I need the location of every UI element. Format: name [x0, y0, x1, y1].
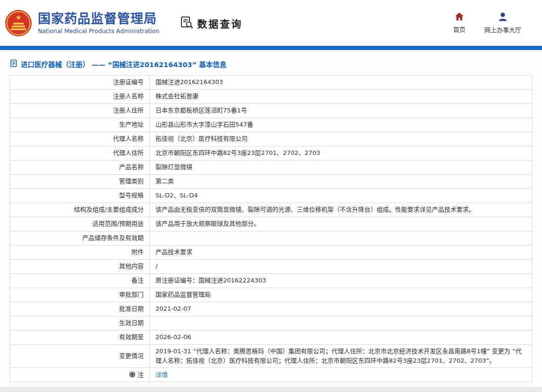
data-query-icon: [180, 16, 193, 31]
table-row: 适用范围/预期用途该产品用于放大观察眼球及其他部分。: [10, 217, 533, 231]
table-row: 注详情: [10, 368, 533, 382]
row-label: 代理人名称: [10, 132, 150, 146]
row-value: 国家药品监督管理局: [150, 288, 533, 302]
row-value: /: [150, 260, 533, 274]
row-value: SL-D2、SL-D4: [150, 189, 533, 203]
row-label: 注册人住所: [10, 104, 150, 118]
row-label: 结构及组成/主要组成成分: [10, 203, 150, 217]
row-label: 附件: [10, 246, 150, 260]
row-label: 代理人住所: [10, 146, 150, 161]
table-row: 代理人名称拓佳视（北京）医疗科技有限公司: [10, 132, 533, 146]
main-content: 进口医疗器械（注册） —— “国械注进20162164303” 基本信息 注册证…: [0, 50, 542, 382]
detail-link[interactable]: 详情: [155, 371, 168, 378]
row-value: 产品技术要求: [150, 246, 533, 260]
row-value: 2026-02-06: [150, 331, 533, 345]
blue-divider-bar: [0, 46, 542, 50]
table-row: 备注原注册证编号：国械注进20162224303: [10, 274, 533, 288]
row-label: 备注: [10, 274, 150, 288]
nav-online-hall[interactable]: 网上办事大厅: [484, 12, 521, 34]
row-value: 第二类: [150, 175, 533, 189]
org-name-cn: 国家药品监督管理局: [38, 11, 159, 26]
header-nav: 首页 网上办事大厅: [453, 12, 521, 34]
note-icon: [129, 372, 135, 377]
row-label: 生产地址: [10, 118, 150, 132]
breadcrumb: 进口医疗器械（注册） —— “国械注进20162164303” 基本信息: [9, 50, 533, 75]
row-label: 产品名称: [10, 161, 150, 175]
row-label: 注册人名称: [10, 90, 150, 104]
row-value: 2021-02-07: [150, 302, 533, 316]
site-header: ★ 国家药品监督管理局 National Medical Products Ad…: [0, 0, 542, 46]
table-row: 产品储存条件及有效期: [10, 231, 533, 246]
row-value: 北京市朝阳区东四环中路82号3座23层2701、2702、2703: [150, 146, 533, 161]
row-label: 产品储存条件及有效期: [10, 231, 150, 246]
table-row: 审批部门国家药品监督管理局: [10, 288, 533, 302]
table-row: 有效期至2026-02-06: [10, 331, 533, 345]
row-label: 型号规格: [10, 189, 150, 203]
row-label: 注册证编号: [10, 76, 150, 90]
row-value: 日本东京都板桥区莲沼町75番1号: [150, 104, 533, 118]
row-label: 注: [10, 368, 150, 382]
row-value: 国械注进20162164303: [150, 76, 533, 90]
table-row: 附件产品技术要求: [10, 246, 533, 260]
row-value: 该产品由无极变倍的双筒显微镜、裂隙可调的光源、三维位移机架（不含升降台）组成。性…: [150, 203, 533, 217]
registration-info-table: 注册证编号国械注进20162164303注册人名称株式会社拓普康注册人住所日本东…: [9, 75, 533, 382]
row-label: 生效日期: [10, 316, 150, 331]
data-query-heading: 数据查询: [180, 16, 242, 31]
row-label: 批准日期: [10, 302, 150, 316]
row-value: 2019-01-31 “代理人名称：奥腾思格玛（中国）集团有限公司；代理人住所：…: [150, 345, 533, 368]
row-value: 该产品用于放大观察眼球及其他部分。: [150, 217, 533, 231]
row-value: 株式会社拓普康: [150, 90, 533, 104]
national-emblem-logo: ★: [5, 9, 32, 37]
row-label: 有效期至: [10, 331, 150, 345]
org-title-block: 国家药品监督管理局 National Medical Products Admi…: [38, 11, 159, 34]
svg-text:★: ★: [15, 13, 21, 22]
nav-home[interactable]: 首页: [453, 12, 465, 34]
person-icon: [498, 12, 508, 23]
row-value: 详情: [150, 368, 533, 382]
row-label: 管理类别: [10, 175, 150, 189]
table-row: 注册人住所日本东京都板桥区莲沼町75番1号: [10, 104, 533, 118]
breadcrumb-text: 进口医疗器械（注册） —— “国械注进20162164303” 基本信息: [21, 59, 226, 69]
table-row: 代理人住所北京市朝阳区东四环中路82号3座23层2701、2702、2703: [10, 146, 533, 161]
table-row: 管理类别第二类: [10, 175, 533, 189]
row-label: 适用范围/预期用途: [10, 217, 150, 231]
data-query-title: 数据查询: [197, 16, 242, 30]
table-row: 注册证编号国械注进20162164303: [10, 76, 533, 90]
footer-strip: [0, 387, 542, 392]
row-label: 审批部门: [10, 288, 150, 302]
row-label: 其他内容: [10, 260, 150, 274]
table-row: 生产地址山形县山形市大字漆山字石田547番: [10, 118, 533, 132]
table-row: 批准日期2021-02-07: [10, 302, 533, 316]
table-row: 其他内容/: [10, 260, 533, 274]
row-value: 裂隙灯显微镜: [150, 161, 533, 175]
row-value: 原注册证编号：国械注进20162224303: [150, 274, 533, 288]
table-row: 变更情况2019-01-31 “代理人名称：奥腾思格玛（中国）集团有限公司；代理…: [10, 345, 533, 368]
row-value: [150, 231, 533, 246]
page: ★ 国家药品监督管理局 National Medical Products Ad…: [0, 0, 542, 392]
row-value: 山形县山形市大字漆山字石田547番: [150, 118, 533, 132]
home-icon: [455, 12, 464, 22]
org-name-en: National Medical Products Administration: [38, 27, 159, 34]
table-row: 型号规格SL-D2、SL-D4: [10, 189, 533, 203]
row-value: 拓佳视（北京）医疗科技有限公司: [150, 132, 533, 146]
table-row: 生效日期: [10, 316, 533, 331]
table-row: 注册人名称株式会社拓普康: [10, 90, 533, 104]
row-label: 变更情况: [10, 345, 150, 368]
row-value: [150, 316, 533, 331]
nav-home-label: 首页: [453, 25, 465, 34]
table-row: 结构及组成/主要组成成分该产品由无极变倍的双筒显微镜、裂隙可调的光源、三维位移机…: [10, 203, 533, 217]
document-icon: [10, 60, 17, 68]
info-table-body: 注册证编号国械注进20162164303注册人名称株式会社拓普康注册人住所日本东…: [10, 76, 533, 382]
table-row: 产品名称裂隙灯显微镜: [10, 161, 533, 175]
nav-online-hall-label: 网上办事大厅: [484, 25, 521, 34]
